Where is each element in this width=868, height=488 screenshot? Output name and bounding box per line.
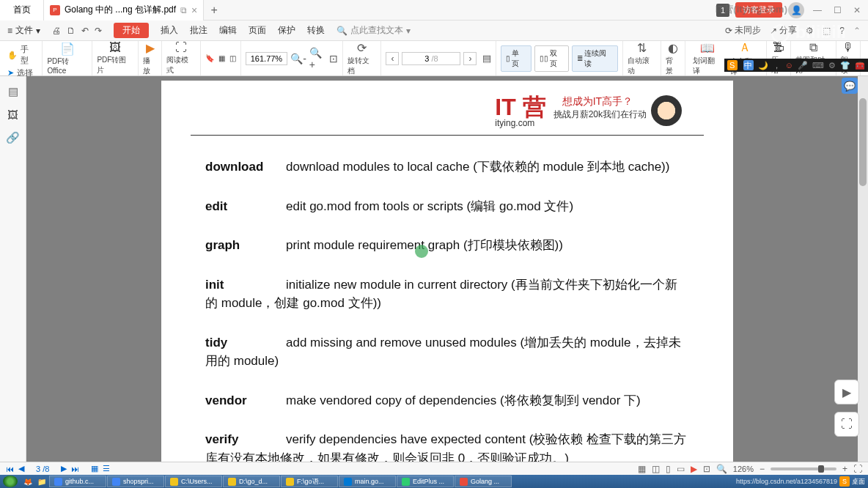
menu-edit[interactable]: 编辑 [219,24,237,37]
image-panel-icon[interactable]: 🖼 [7,108,18,121]
zoom-value-status: 126% [733,465,754,473]
ime-settings-icon[interactable]: ⚙ [828,61,836,70]
new-tab-button[interactable]: + [204,4,224,17]
cmd-name: edit [205,197,286,216]
taskbar-item[interactable]: shopspri... [107,476,164,487]
view3-icon[interactable]: ▭ [677,464,685,474]
record-icon[interactable]: ▶ [691,464,697,474]
undo-icon[interactable]: ↶ [81,26,89,36]
scrollbar-thumb[interactable] [859,98,867,186]
pdf-to-image[interactable]: 🖼PDF转图片 [92,41,138,75]
menu-annotate[interactable]: 批注 [190,24,207,37]
bookmark-icon[interactable]: 🔖 [205,54,214,62]
taskbar-item[interactable]: F:\go语... [281,476,338,487]
next-page-icon[interactable]: ▶ [61,464,67,473]
zoom-minus-icon[interactable]: − [760,464,765,474]
background[interactable]: ◐背景 [661,41,685,75]
tab-document[interactable]: P Golang 中的 ...ng 包详解.pdf ⧉ × [44,0,204,21]
float-expand-icon[interactable]: ⛶ [834,412,859,437]
taskbar-item[interactable]: D:\go_d... [223,476,280,487]
menu-page[interactable]: 页面 [249,24,266,37]
avatar[interactable]: 👤 [788,2,804,18]
skin-tshirt-icon[interactable]: 👕 [840,61,850,70]
status-bar: ⏮ ◀ 3 /8 ▶ ⏭ ▦ ☰ ▦ ◫ ▯ ▭ ▶ ⊡ 🔍 126% − + … [0,462,868,475]
page-input[interactable]: 3 /8 [402,52,460,65]
tab-home[interactable]: 首页 [0,0,44,21]
taskbar-item[interactable]: C:\Users... [165,476,222,487]
collapse-ribbon-icon[interactable]: ⌃ [853,24,861,37]
zoom-in-icon[interactable]: 🔍+ [309,47,326,70]
zoom-slider[interactable] [770,467,836,470]
zoom-level[interactable]: 161.77% [246,52,287,65]
smile-icon[interactable]: ☺ [785,61,793,70]
first-page-icon[interactable]: ⏮ [6,465,14,473]
outline-icon[interactable]: ▤ [8,85,18,98]
mic-icon[interactable]: 🎤 [798,61,808,70]
tray-sogou-icon[interactable]: S [839,476,850,487]
save-icon[interactable]: 🖨 [52,26,61,36]
taskbar-item[interactable]: EditPlus ... [397,476,454,487]
search-box[interactable]: 🔍 点此查找文本 ▾ [336,24,411,37]
start-button[interactable] [3,476,18,487]
sogou-icon[interactable]: S [727,60,738,70]
last-page-icon[interactable]: ⏭ [71,465,79,473]
document-viewport[interactable]: IT 营itying.com 想成为IT高手？ 挑战月薪20k我们在行动 dow… [26,76,868,462]
fullscreen-icon[interactable]: ⛶ [853,464,862,474]
pdf-to-office[interactable]: 📄PDF转Office [43,41,92,75]
zoom-plus-icon[interactable]: + [842,464,847,474]
minimize-button[interactable]: — [810,5,825,15]
sync-status[interactable]: ⟳ 未同步 [725,24,761,37]
menu-insert[interactable]: 插入 [161,24,178,37]
tab-copy-icon[interactable]: ⧉ [180,5,187,15]
outline-view-icon[interactable]: ☰ [103,464,110,473]
redo-icon[interactable]: ↷ [95,26,102,36]
single-page-chip[interactable]: ▯ 单页 [501,45,531,72]
help-badge[interactable]: 💬 [842,78,858,94]
view-icon[interactable]: ◫ [229,54,236,62]
reading-mode[interactable]: ⛶阅读模式 [162,41,200,75]
hand-tool[interactable]: ✋手型 [7,44,36,66]
taskbar-item[interactable]: github.c... [49,476,106,487]
menu-file[interactable]: ≡ 文件 ▾ [7,24,40,37]
word-translate[interactable]: 📖划词翻译 [690,41,724,76]
maximize-button[interactable]: ☐ [831,5,845,15]
keyboard-icon[interactable]: ⌨ [812,61,824,70]
taskbar-item[interactable]: Golang ... [455,476,512,487]
fit-page-icon[interactable]: ⊡ [329,53,338,64]
status-page[interactable]: 3 /8 [36,465,49,473]
prev-page-icon[interactable]: ◀ [18,464,24,473]
slogan-1: 想成为IT高手？ [562,95,647,108]
attachment-icon[interactable]: 🔗 [6,131,20,144]
moon-icon[interactable]: 🌙 [758,61,768,70]
page-next[interactable]: › [463,52,477,65]
tab-close-icon[interactable]: × [191,4,197,16]
view1-icon[interactable]: ◫ [652,464,660,474]
tray-desktop[interactable]: 桌面 [852,477,865,487]
menu-protect[interactable]: 保护 [278,24,295,37]
zoom-out-icon[interactable]: 🔍- [290,53,306,64]
lang-cn-icon[interactable]: 中 [743,60,754,70]
float-play-icon[interactable]: ▶ [834,380,859,404]
rotate-doc[interactable]: ⟳旋转文档 [343,41,381,75]
zoom-out-small-icon[interactable]: 🔍 [716,464,727,474]
snap-icon[interactable]: ⊡ [703,464,710,474]
play-button[interactable]: ▶播放 [139,41,163,75]
page-thumb-icon[interactable]: ▤ [482,53,491,64]
auto-scroll[interactable]: ⇅自动滚动 [623,41,661,75]
thumbnail-view-icon[interactable]: ▦ [91,464,98,473]
firefox-icon[interactable]: 🦊 [21,476,34,487]
toolbox-icon[interactable]: 🧰 [855,61,865,70]
folder-icon[interactable]: 📁 [35,476,48,487]
continuous-chip[interactable]: ≣ 连续阅读 [572,45,618,72]
menu-convert[interactable]: 转换 [307,24,325,37]
scrollbar[interactable] [858,76,868,462]
page-prev[interactable]: ‹ [386,52,399,65]
layers-icon[interactable]: ▦ [218,54,225,62]
grid-icon[interactable]: ▦ [638,464,646,474]
double-page-chip[interactable]: ▯▯ 双页 [534,45,569,72]
close-button[interactable]: ✕ [850,5,864,15]
menu-start[interactable]: 开始 [114,23,149,38]
taskbar-item[interactable]: main.go... [339,476,396,487]
print-icon[interactable]: 🗋 [67,26,76,36]
view2-icon[interactable]: ▯ [666,464,671,474]
